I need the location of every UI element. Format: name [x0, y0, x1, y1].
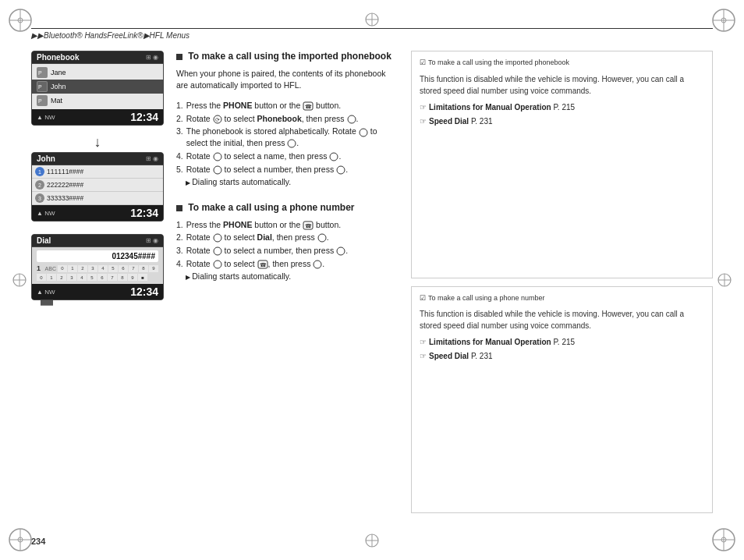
- note-link-phonebook-speed-dial: Speed Dial P. 231: [420, 115, 704, 127]
- note-header-phonebook: To make a call using the imported phoneb…: [420, 58, 704, 69]
- number-icon-2: 2: [35, 180, 44, 190]
- section-divider: [176, 190, 399, 202]
- dial-number-display: 012345####: [37, 250, 158, 262]
- dial-key-r2-8: 8: [118, 274, 127, 281]
- john-icon: P: [37, 81, 48, 92]
- phonebook-list: P Jane P John P Mat: [32, 64, 163, 109]
- note-link-phone-limitations: Limitations for Manual Operation P. 215: [420, 336, 704, 348]
- corner-decoration-br: [710, 526, 738, 554]
- phone-step-3: 3. Rotate to select a number, then press…: [176, 245, 399, 257]
- device-screens-column: Phonebook ⊞◉ P Jane P John: [31, 51, 164, 521]
- svg-point-54: [314, 261, 321, 268]
- dial-title: Dial: [37, 236, 51, 245]
- dial-row-num: 1: [37, 264, 44, 272]
- svg-text:☎: ☎: [259, 262, 266, 268]
- svg-text:P: P: [38, 84, 42, 90]
- phonebook-step-1: 1. Press the PHONE button or the ☎ butto…: [176, 100, 399, 112]
- jane-icon: P: [37, 67, 48, 78]
- instructions-column: To make a call using the imported phoneb…: [176, 51, 399, 521]
- crosshair-left: [11, 271, 28, 289]
- note-box-phone-number: To make a call using a phone number This…: [411, 286, 713, 514]
- phonebook-title: Phonebook: [37, 53, 79, 62]
- crosshair-bottom: [363, 532, 381, 549]
- arrow-down-indicator: ↓: [31, 135, 164, 149]
- svg-text:☎: ☎: [305, 223, 312, 229]
- john-header-icons: ⊞◉: [146, 155, 158, 162]
- john-footer: ▲ NW 12:34: [32, 205, 163, 221]
- phone-step-1: 1. Press the PHONE button or the ☎ butto…: [176, 219, 399, 231]
- dial-key-r2-5: 5: [87, 274, 97, 281]
- mat-icon: P: [37, 95, 48, 106]
- svg-point-43: [214, 166, 221, 174]
- corner-decoration-bl: [6, 526, 34, 554]
- main-content: Phonebook ⊞◉ P Jane P John: [31, 51, 713, 521]
- dial-body: 012345#### 1 ABC 0 1 2 3 4 5 6 7 8 9: [32, 247, 163, 284]
- phonebook-step-3: 3. The phonebook is stored alphabeticall…: [176, 126, 399, 148]
- square-icon-phonebook: [176, 54, 182, 60]
- dial-key-1: 1: [68, 265, 77, 272]
- svg-point-42: [330, 153, 338, 161]
- phonebook-header: Phonebook ⊞◉: [32, 51, 163, 64]
- phonebook-footer: ▲ NW 12:34: [32, 109, 163, 125]
- phonebook-screen: Phonebook ⊞◉ P Jane P John: [31, 51, 164, 126]
- crosshair-top: [363, 11, 381, 28]
- svg-point-38: [348, 115, 356, 123]
- square-icon-phone: [176, 205, 182, 211]
- number-icon-1: 1: [35, 167, 44, 176]
- corner-decoration-tl: [6, 6, 34, 34]
- dial-header: Dial ⊞◉: [32, 235, 163, 247]
- number-icon-3: 3: [35, 193, 44, 203]
- john-screen: John ⊞◉ 1 111111#### 2 222222#### 3 3333…: [31, 152, 164, 222]
- crosshair-right: [716, 271, 733, 289]
- dial-key-r2-3: 3: [67, 274, 76, 281]
- john-number-3: 3 333333####: [32, 192, 163, 205]
- note-link-phonebook-limitations: Limitations for Manual Operation P. 215: [420, 101, 704, 113]
- note-body-phone-number: This function is disabled while the vehi…: [420, 308, 704, 331]
- svg-point-48: [318, 234, 326, 242]
- dial-key-r2-1: 1: [47, 274, 56, 281]
- dial-key-2: 2: [78, 265, 87, 272]
- svg-point-41: [214, 153, 221, 161]
- phonebook-intro: When your phone is paired, the contents …: [176, 68, 399, 93]
- john-number-2: 2 222222####: [32, 179, 163, 192]
- phonebook-step-4: 4. Rotate to select a name, then press .: [176, 151, 399, 162]
- john-number-1: 1 111111####: [32, 165, 163, 179]
- john-title: John: [37, 154, 55, 163]
- dial-key-7: 7: [129, 265, 138, 272]
- phone-step-4: 4. Rotate to select ☎, then press .: [176, 258, 399, 270]
- dial-key-6: 6: [119, 265, 128, 272]
- phone-number-section-title: To make a call using a phone number: [176, 202, 399, 214]
- page-header: ▶▶Bluetooth® HandsFreeLink®▶HFL Menus: [31, 28, 713, 40]
- phonebook-sub: Dialing starts automatically.: [176, 176, 399, 188]
- svg-point-44: [337, 166, 345, 174]
- dial-key-5: 5: [108, 265, 118, 272]
- dial-key-r2-10: ■: [138, 274, 147, 281]
- list-item-jane: P Jane: [32, 66, 163, 80]
- svg-point-51: [214, 261, 221, 268]
- phonebook-section-title: To make a call using the imported phoneb…: [176, 51, 399, 63]
- note-header-phone-number: To make a call using a phone number: [420, 293, 704, 304]
- dial-key-0: 0: [58, 265, 67, 272]
- note-link-phone-speed-dial: Speed Dial P. 231: [420, 350, 704, 362]
- phonebook-step-2: 2. Rotate ⟳ to select Phonebook, then pr…: [176, 113, 399, 125]
- note-body-phonebook: This function is disabled while the vehi…: [420, 73, 704, 97]
- dial-key-4: 4: [98, 265, 108, 272]
- dial-key-r2-4: 4: [77, 274, 87, 281]
- list-item-mat: P Mat: [32, 94, 163, 108]
- dial-key-r2-9: 9: [128, 274, 137, 281]
- svg-point-49: [214, 247, 221, 255]
- dial-abc-label: ABC: [45, 266, 56, 271]
- corner-decoration-tr: [710, 6, 738, 34]
- svg-text:⟳: ⟳: [215, 117, 220, 122]
- dial-key-r2-6: 6: [97, 274, 107, 281]
- svg-text:☎: ☎: [305, 104, 312, 109]
- page-number: 234: [31, 537, 45, 546]
- svg-text:P: P: [38, 98, 42, 104]
- dial-header-icons: ⊞◉: [146, 237, 158, 244]
- dial-key-r2-2: 2: [57, 274, 66, 281]
- phonebook-step-5: 5. Rotate to select a number, then press…: [176, 164, 399, 175]
- dial-key-8: 8: [139, 265, 148, 272]
- note-box-phonebook: To make a call using the imported phoneb…: [411, 51, 713, 278]
- svg-point-47: [214, 234, 221, 242]
- dial-key-9: 9: [149, 265, 158, 272]
